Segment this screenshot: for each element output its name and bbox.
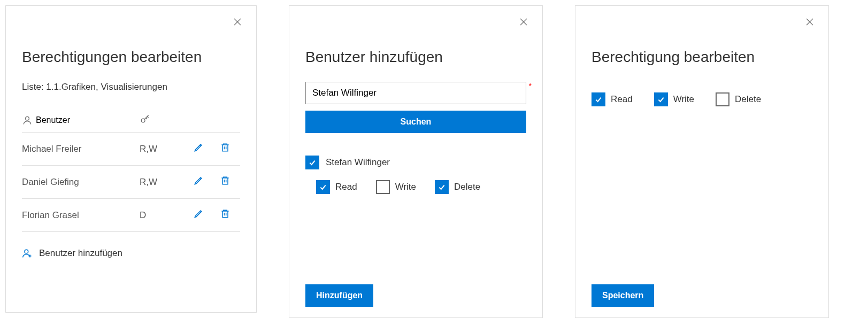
delete-label: Delete	[735, 94, 761, 105]
delete-button[interactable]	[214, 208, 236, 222]
write-label: Write	[395, 182, 416, 192]
add-user-link[interactable]: Benutzer hinzufügen	[22, 248, 240, 259]
user-name: Daniel Giefing	[22, 177, 140, 188]
edit-permissions-panel: Berechtigungen bearbeiten Liste: 1.1.Gra…	[5, 5, 257, 313]
close-icon	[805, 17, 815, 27]
check-icon	[657, 95, 665, 104]
table-row: Daniel Giefing R,W	[22, 166, 240, 199]
required-indicator: *	[529, 82, 532, 90]
user-permissions: R,W	[140, 144, 182, 154]
pencil-icon	[193, 175, 204, 186]
add-user-panel: Benutzer hinzufügen * Suchen Stefan Wilf…	[289, 5, 543, 318]
user-result-row: Stefan Wilfinger	[305, 156, 526, 169]
list-subtitle: Liste: 1.1.Grafiken, Visualisierungen	[22, 82, 240, 92]
add-user-icon	[22, 248, 33, 259]
pencil-icon	[193, 142, 204, 153]
user-name: Florian Grasel	[22, 210, 140, 221]
delete-button[interactable]	[214, 175, 236, 189]
key-icon	[140, 114, 150, 125]
user-header-label: Benutzer	[36, 115, 70, 125]
user-permissions: R,W	[140, 177, 182, 188]
read-checkbox[interactable]	[592, 92, 605, 106]
edit-permission-panel: Berechtigung bearbeiten Read Write Delet…	[575, 5, 829, 318]
close-button[interactable]	[516, 14, 532, 30]
delete-button[interactable]	[214, 142, 236, 156]
user-icon	[22, 115, 33, 126]
table-row: Michael Freiler R,W	[22, 133, 240, 166]
panel-title: Berechtigung bearbeiten	[592, 49, 812, 66]
svg-point-2	[25, 250, 28, 253]
close-button[interactable]	[229, 14, 245, 30]
read-label: Read	[611, 94, 633, 105]
read-checkbox[interactable]	[316, 180, 330, 194]
write-checkbox[interactable]	[654, 92, 668, 106]
edit-button[interactable]	[182, 175, 214, 189]
user-permissions: D	[140, 210, 182, 221]
edit-button[interactable]	[182, 208, 214, 222]
trash-icon	[220, 175, 231, 186]
add-user-label: Benutzer hinzufügen	[39, 248, 122, 259]
check-icon	[308, 158, 317, 167]
check-icon	[594, 95, 603, 104]
svg-point-1	[141, 119, 145, 122]
panel-title: Berechtigungen bearbeiten	[22, 49, 240, 66]
trash-icon	[220, 208, 231, 219]
table-header: Benutzer	[22, 108, 240, 133]
write-label: Write	[673, 94, 694, 105]
search-button[interactable]: Suchen	[305, 111, 526, 133]
panel-title: Benutzer hinzufügen	[305, 49, 526, 66]
save-button[interactable]: Speichern	[592, 284, 654, 307]
edit-button[interactable]	[182, 142, 214, 156]
read-label: Read	[335, 182, 357, 192]
user-result-name: Stefan Wilfinger	[326, 157, 390, 168]
write-checkbox[interactable]	[376, 180, 390, 194]
search-input[interactable]	[305, 82, 526, 104]
permissions-row: Read Write Delete	[316, 180, 526, 194]
user-name: Michael Freiler	[22, 144, 140, 154]
delete-checkbox[interactable]	[716, 92, 729, 106]
delete-label: Delete	[454, 182, 480, 192]
close-icon	[233, 17, 242, 27]
add-button[interactable]: Hinzufügen	[305, 284, 373, 307]
table-row: Florian Grasel D	[22, 199, 240, 232]
close-icon	[519, 17, 528, 27]
trash-icon	[220, 142, 231, 153]
check-icon	[319, 183, 327, 191]
close-button[interactable]	[802, 14, 818, 30]
check-icon	[437, 183, 446, 191]
svg-point-0	[26, 117, 29, 120]
user-checkbox[interactable]	[305, 156, 319, 169]
pencil-icon	[193, 208, 204, 219]
delete-checkbox[interactable]	[435, 180, 449, 194]
permissions-row: Read Write Delete	[592, 92, 812, 106]
